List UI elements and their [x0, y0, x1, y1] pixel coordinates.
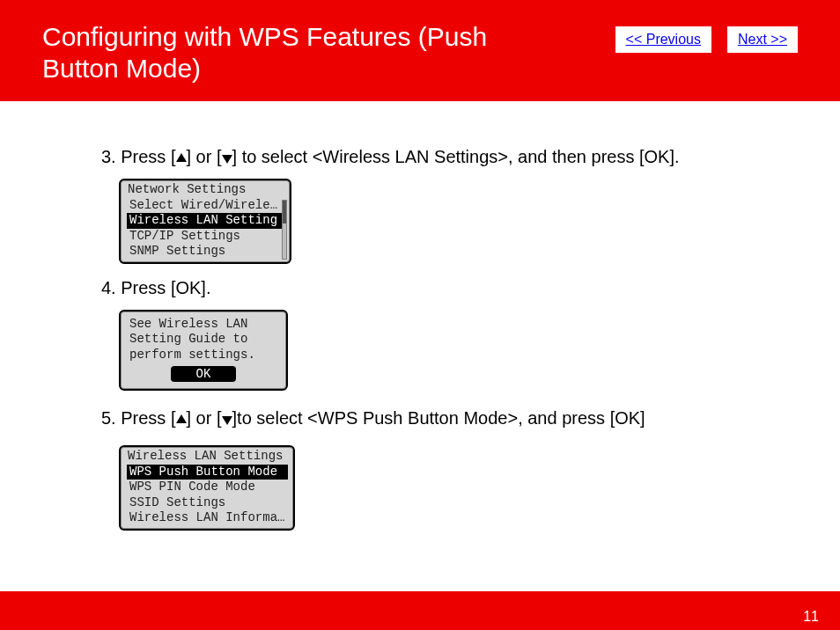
slide-footer: 11 — [0, 591, 840, 630]
lcd-wireless-lan-settings: Wireless LAN Settings WPS Push Button Mo… — [119, 445, 295, 531]
page-number: 11 — [803, 609, 819, 625]
step-5-text: 5. Press [] or []to select <WPS Push But… — [101, 408, 645, 428]
lcd3-item-0: WPS Push Button Mode — [127, 465, 288, 480]
step-5-number: 5. — [101, 408, 116, 428]
page-title: Configuring with WPS Features (Push Butt… — [42, 21, 571, 84]
step-3-text: 3. Press [] or [] to select <Wireless LA… — [101, 147, 680, 166]
step-3-pre: Press [ — [121, 147, 175, 166]
lcd1-item-0: Select Wired/Wirele… — [124, 198, 287, 214]
up-arrow-icon — [176, 414, 187, 423]
slide-header: Configuring with WPS Features (Push Butt… — [0, 0, 840, 101]
lcd1-item-2: TCP/IP Settings — [124, 229, 287, 245]
step-4-text: 4. Press [OK]. — [101, 278, 210, 297]
lcd1-scrollbar — [282, 200, 287, 260]
step-5-tail: ]to select <WPS Push Button Mode>, and p… — [232, 408, 645, 428]
lcd1-title: Network Settings — [124, 182, 287, 198]
previous-button[interactable]: << Previous — [615, 26, 711, 53]
nav-buttons: << Previous Next >> — [615, 26, 798, 53]
step-3-number: 3. — [101, 147, 116, 166]
next-button[interactable]: Next >> — [727, 26, 798, 53]
lcd1-item-3: SNMP Settings — [124, 244, 287, 260]
lcd-msg-line3: perform settings. — [129, 348, 277, 363]
content-area: 3. Press [] or [] to select <Wireless LA… — [0, 101, 840, 543]
lcd1-scroll-thumb — [283, 201, 286, 223]
lcd-ok-button: OK — [171, 366, 236, 382]
lcd-msg-line1: See Wireless LAN — [129, 317, 277, 333]
lcd-wireless-guide: See Wireless LAN Setting Guide to perfor… — [119, 310, 288, 392]
step-3-mid1: ] or [ — [187, 147, 222, 166]
step-5: 5. Press [] or []to select <WPS Push But… — [101, 407, 739, 429]
lcd3-item-2: SSID Settings — [124, 495, 291, 511]
step-3: 3. Press [] or [] to select <Wireless LA… — [101, 145, 739, 168]
step-3-tail: ] to select <Wireless LAN Settings>, and… — [232, 147, 680, 166]
step-4: 4. Press [OK]. — [101, 276, 739, 299]
lcd1-item-1: Wireless LAN Setting — [127, 213, 284, 229]
up-arrow-icon — [176, 153, 187, 162]
lcd-network-settings: Network Settings Select Wired/Wirele… Wi… — [119, 179, 291, 264]
lcd-msg-line2: Setting Guide to — [129, 332, 277, 348]
step-5-mid1: ] or [ — [187, 408, 222, 428]
lcd3-item-3: Wireless LAN Informa… — [124, 510, 291, 526]
lcd3-item-1: WPS PIN Code Mode — [124, 480, 291, 495]
down-arrow-icon — [222, 155, 232, 164]
step-5-pre: Press [ — [121, 408, 175, 428]
lcd3-title: Wireless LAN Settings — [124, 449, 291, 465]
down-arrow-icon — [222, 416, 232, 425]
